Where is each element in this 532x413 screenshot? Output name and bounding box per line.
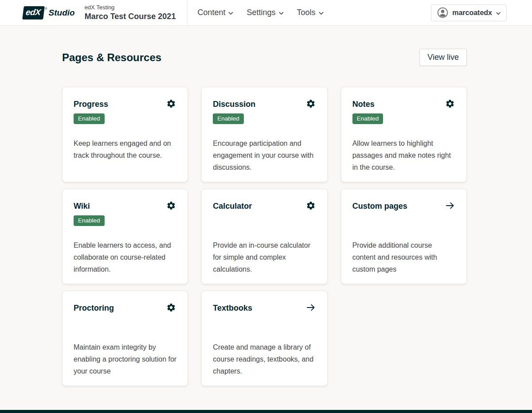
- chevron-down-icon: [496, 11, 501, 15]
- gear-icon: [306, 201, 316, 212]
- badge-row: [213, 317, 316, 328]
- badge-row: Enabled: [74, 215, 176, 226]
- course-info: edX Testing Marco Test Course 2021: [85, 4, 188, 21]
- status-badge: Enabled: [213, 113, 244, 124]
- card-description: Encourage participation and engagement i…: [213, 137, 316, 173]
- card-title: Wiki: [74, 202, 90, 211]
- view-live-button[interactable]: View live: [419, 49, 467, 66]
- course-org: edX Testing: [85, 4, 176, 12]
- edx-logo-text: edX: [25, 8, 41, 17]
- card-description: Provide additional course content and re…: [352, 239, 455, 275]
- card-description: Provide an in-course calculator for simp…: [213, 239, 316, 275]
- page-header: Pages & Resources View live: [62, 49, 467, 66]
- page-title: Pages & Resources: [62, 51, 161, 64]
- card-head: Proctoring: [74, 303, 176, 313]
- badge-row: Enabled: [352, 113, 455, 124]
- badge-row: [74, 317, 176, 328]
- card-title: Custom pages: [352, 202, 407, 211]
- gear-icon: [445, 99, 455, 110]
- card-description: Maintain exam integrity by enabling a pr…: [74, 341, 176, 377]
- badge-row: Enabled: [213, 113, 316, 124]
- cards-grid: Progress Enabled Keep learners engaged a…: [62, 87, 467, 386]
- badge-row: Enabled: [74, 113, 176, 124]
- badge-row: [352, 215, 455, 226]
- card-title: Textbooks: [213, 304, 252, 313]
- arrow-right-icon: [305, 302, 316, 314]
- footer-bar: [0, 410, 532, 413]
- edx-studio-logo[interactable]: edX ® Studio: [23, 6, 75, 19]
- card-description: Create and manage a library of course re…: [213, 341, 316, 377]
- card-head: Progress: [74, 99, 176, 109]
- card-notes: Notes Enabled Allow learners to highligh…: [341, 87, 467, 182]
- card-head: Custom pages: [352, 201, 455, 211]
- nav-tools-label: Tools: [297, 8, 316, 17]
- card-title: Calculator: [213, 202, 252, 211]
- gear-icon[interactable]: [305, 201, 316, 211]
- card-head: Wiki: [74, 201, 176, 211]
- card-discussion: Discussion Enabled Encourage participati…: [201, 87, 327, 182]
- gear-icon: [166, 99, 176, 110]
- chevron-down-icon: [319, 10, 324, 15]
- card-description: Keep learners engaged and on track throu…: [74, 137, 176, 161]
- status-badge: Enabled: [352, 113, 383, 124]
- pages-resources-content: Pages & Resources View live Progress Ena…: [62, 26, 467, 386]
- gear-icon[interactable]: [166, 201, 176, 211]
- gear-icon[interactable]: [445, 99, 455, 109]
- nav-content-label: Content: [197, 8, 225, 17]
- gear-icon: [166, 303, 176, 314]
- status-badge: Enabled: [74, 113, 105, 124]
- arrow-right-icon: [445, 200, 455, 212]
- card-description: Allow learners to highlight passages and…: [352, 137, 455, 173]
- chevron-down-icon: [279, 10, 284, 15]
- card-head: Discussion: [213, 99, 316, 109]
- card-head: Calculator: [213, 201, 316, 211]
- studio-logo-text: Studio: [49, 8, 75, 18]
- card-head: Textbooks: [213, 303, 316, 313]
- card-head: Notes: [352, 99, 455, 109]
- user-avatar-icon: [437, 7, 448, 18]
- gear-icon[interactable]: [305, 99, 316, 109]
- card-textbooks: Textbooks Create and manage a library of…: [201, 291, 327, 386]
- nav-settings[interactable]: Settings: [246, 8, 283, 17]
- nav-settings-label: Settings: [246, 8, 275, 17]
- header-divider: [187, 0, 188, 25]
- card-title: Progress: [74, 100, 108, 109]
- gear-icon: [166, 201, 176, 212]
- card-proctoring: Proctoring Maintain exam integrity by en…: [62, 291, 188, 386]
- card-title: Discussion: [213, 100, 255, 109]
- card-custom-pages: Custom pages Provide additional course c…: [341, 189, 467, 284]
- card-calculator: Calculator Provide an in-course calculat…: [201, 189, 327, 284]
- course-title: Marco Test Course 2021: [85, 12, 176, 22]
- nav-tools[interactable]: Tools: [297, 8, 324, 17]
- registered-mark: ®: [45, 7, 47, 10]
- user-menu-button[interactable]: marcoatedx: [431, 4, 507, 21]
- status-badge: Enabled: [74, 215, 105, 226]
- username-label: marcoatedx: [452, 9, 492, 17]
- badge-row: [213, 215, 316, 226]
- arrow-right-icon[interactable]: [445, 201, 455, 211]
- card-title: Proctoring: [74, 304, 114, 313]
- chevron-down-icon: [228, 10, 233, 15]
- card-progress: Progress Enabled Keep learners engaged a…: [62, 87, 188, 182]
- main-nav: Content Settings Tools: [197, 8, 323, 17]
- nav-content[interactable]: Content: [197, 8, 233, 17]
- gear-icon[interactable]: [166, 303, 176, 313]
- card-wiki: Wiki Enabled Enable learners to access, …: [62, 189, 188, 284]
- card-title: Notes: [352, 100, 375, 109]
- studio-header: edX ® Studio edX Testing Marco Test Cour…: [0, 0, 532, 26]
- gear-icon: [306, 99, 316, 110]
- card-description: Enable learners to access, and collabora…: [74, 239, 176, 275]
- edx-logo-box: edX: [22, 6, 45, 19]
- arrow-right-icon[interactable]: [305, 303, 316, 313]
- gear-icon[interactable]: [166, 99, 176, 109]
